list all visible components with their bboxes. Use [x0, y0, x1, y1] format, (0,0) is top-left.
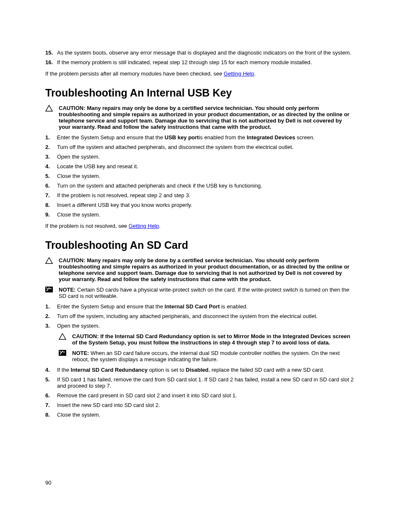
- text: If the problem is not resolved, repeat s…: [57, 192, 190, 198]
- text: Enter the System Setup and ensure that t…: [57, 303, 165, 310]
- step-number: 8.: [45, 202, 57, 208]
- step-text: Open the system.: [57, 154, 355, 160]
- step-number: 5.: [45, 173, 57, 179]
- step-text: Open the system.: [57, 323, 355, 329]
- list-step: 3.Open the system.: [45, 154, 355, 160]
- sd-steps-first: 1.Enter the System Setup and ensure that…: [45, 303, 355, 329]
- step-number: 9.: [45, 211, 57, 218]
- note-icon: [45, 287, 59, 299]
- caution-body: If the Internal SD Card Redundancy optio…: [72, 333, 350, 346]
- step-text: Insert a different USB key that you know…: [57, 202, 355, 208]
- step-text: Turn off the system and attached periphe…: [57, 144, 355, 150]
- step-number: 6.: [45, 183, 57, 189]
- list-step: 6.Remove the card present in SD card slo…: [45, 392, 355, 399]
- sd-steps-rest: 4.If the Internal SD Card Redundancy opt…: [45, 367, 355, 418]
- step-text: Insert the new SD card into SD card slot…: [57, 402, 355, 408]
- text: Close the system.: [57, 173, 100, 179]
- text: Close the system.: [57, 211, 100, 218]
- note-icon: [59, 350, 72, 362]
- page-number: 90: [45, 480, 51, 486]
- text: is enabled.: [220, 303, 248, 310]
- text: If the problem persists after all memory…: [45, 70, 224, 77]
- step-number: 1.: [45, 134, 57, 141]
- step-text: Close the system.: [57, 412, 355, 418]
- step-text: Enter the System Setup and ensure that t…: [57, 303, 355, 310]
- step-number: 3.: [45, 323, 57, 329]
- bold-text: Disabled: [186, 367, 208, 373]
- step-number: 2.: [45, 144, 57, 150]
- step-number: 8.: [45, 412, 57, 418]
- list-step: 15.As the system boots, observe any erro…: [45, 50, 355, 56]
- step-number: 4.: [45, 367, 57, 373]
- step-text: If the problem is not resolved, repeat s…: [57, 192, 355, 198]
- getting-help-link[interactable]: Getting Help: [224, 70, 254, 77]
- text: Open the system.: [57, 154, 100, 160]
- list-step: 9.Close the system.: [45, 211, 355, 218]
- caution-body: Many repairs may only be done by a certi…: [59, 105, 349, 130]
- text: .: [254, 70, 256, 77]
- note-callout: NOTE: When an SD card failure occurs, th…: [59, 350, 355, 362]
- paragraph: If the problem is not resolved, see Gett…: [45, 223, 355, 229]
- step-number: 4.: [45, 163, 57, 170]
- text: .: [159, 223, 161, 229]
- list-continued: 15.As the system boots, observe any erro…: [45, 50, 355, 65]
- list-step: 4.Locate the USB key and reseat it.: [45, 163, 355, 170]
- note-body: Certain SD cards have a physical write-p…: [59, 287, 349, 299]
- step-text: Turn off the system, including any attac…: [57, 313, 355, 319]
- caution-label: CAUTION:: [72, 333, 100, 339]
- caution-label: CAUTION:: [59, 257, 87, 263]
- list-step: 2.Turn off the system and attached perip…: [45, 144, 355, 150]
- list-step: 2.Turn off the system, including any att…: [45, 313, 355, 319]
- list-step: 5.If SD card 1 has failed, remove the ca…: [45, 376, 355, 389]
- step-number: 16.: [45, 59, 57, 65]
- text: Turn on the system and attached peripher…: [57, 183, 262, 189]
- text: is enabled from the: [199, 134, 247, 141]
- caution-icon: [45, 257, 59, 282]
- text: option is set to: [148, 367, 186, 373]
- list-step: 6.Turn on the system and attached periph…: [45, 183, 355, 189]
- step-text: Close the system.: [57, 211, 355, 218]
- note-text: NOTE: Certain SD cards have a physical w…: [59, 287, 355, 299]
- step-number: 15.: [45, 50, 57, 56]
- step-text: If the memory problem is still indicated…: [57, 59, 355, 65]
- text: If the problem is not resolved, see: [45, 223, 129, 229]
- text: Open the system.: [57, 323, 100, 329]
- section-heading-usb: Troubleshooting An Internal USB Key: [45, 87, 355, 99]
- nested-callouts: CAUTION: If the Internal SD Card Redunda…: [59, 333, 355, 362]
- note-label: NOTE:: [72, 350, 91, 356]
- caution-body: Many repairs may only be done by a certi…: [59, 257, 349, 282]
- caution-text: CAUTION: Many repairs may only be done b…: [59, 105, 355, 130]
- usb-steps-list: 1.Enter the System Setup and ensure that…: [45, 134, 355, 218]
- caution-icon: [45, 105, 59, 130]
- step-text: As the system boots, observe any error m…: [57, 50, 355, 56]
- step-number: 3.: [45, 154, 57, 160]
- list-step: 4.If the Internal SD Card Redundancy opt…: [45, 367, 355, 373]
- section-heading-sd: Troubleshooting An SD Card: [45, 239, 355, 251]
- getting-help-link[interactable]: Getting Help: [129, 223, 159, 229]
- list-step: 8.Insert a different USB key that you kn…: [45, 202, 355, 208]
- list-step: 3.Open the system.: [45, 323, 355, 329]
- step-text: If SD card 1 has failed, remove the card…: [57, 376, 355, 389]
- text: screen.: [295, 134, 314, 141]
- text: Turn off the system and attached periphe…: [57, 144, 294, 150]
- caution-callout: CAUTION: If the Internal SD Card Redunda…: [59, 333, 355, 346]
- note-callout: NOTE: Certain SD cards have a physical w…: [45, 287, 355, 299]
- list-step: 5.Close the system.: [45, 173, 355, 179]
- list-step: 1.Enter the System Setup and ensure that…: [45, 303, 355, 310]
- list-step: 1.Enter the System Setup and ensure that…: [45, 134, 355, 141]
- caution-callout: CAUTION: Many repairs may only be done b…: [45, 105, 355, 130]
- bold-text: Integrated Devices: [247, 134, 295, 141]
- step-number: 7.: [45, 402, 57, 408]
- text: Close the system.: [57, 412, 100, 418]
- text: Insert a different USB key that you know…: [57, 202, 192, 208]
- text: Turn off the system, including any attac…: [57, 313, 317, 319]
- caution-callout: CAUTION: Many repairs may only be done b…: [45, 257, 355, 282]
- text: Enter the System Setup and ensure that t…: [57, 134, 165, 141]
- step-text: If the Internal SD Card Redundancy optio…: [57, 367, 355, 373]
- step-text: Turn on the system and attached peripher…: [57, 183, 355, 189]
- note-body: When an SD card failure occurs, the inte…: [72, 350, 340, 362]
- list-step: 8.Close the system.: [45, 412, 355, 418]
- list-step: 7.If the problem is not resolved, repeat…: [45, 192, 355, 198]
- step-number: 1.: [45, 303, 57, 310]
- text: If SD card 1 has failed, remove the card…: [57, 376, 353, 389]
